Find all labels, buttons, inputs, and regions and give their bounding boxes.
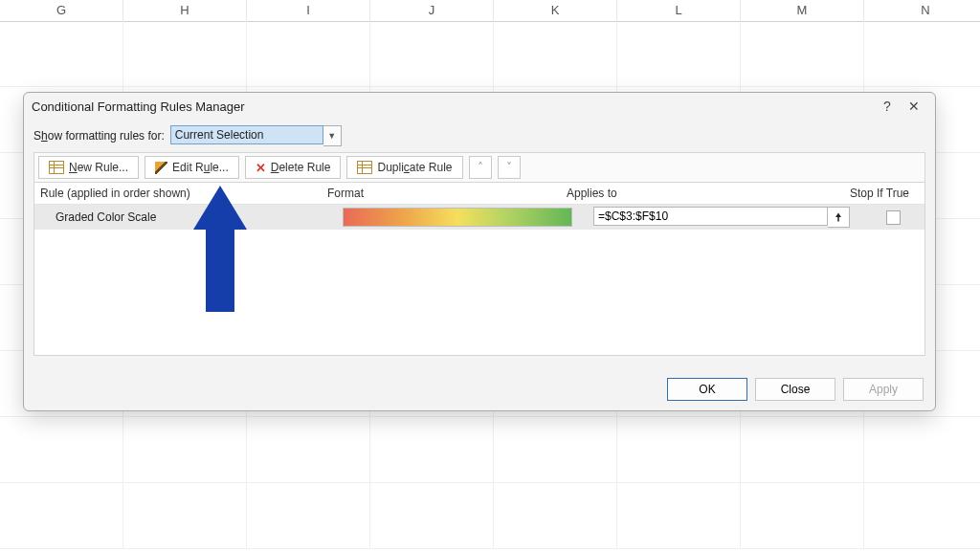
move-up-button[interactable]: ˄ bbox=[469, 156, 492, 179]
duplicate-rule-button[interactable]: Duplicate Rule bbox=[346, 156, 462, 179]
move-down-button[interactable]: ˅ bbox=[498, 156, 521, 179]
col-header[interactable]: H bbox=[123, 0, 247, 21]
show-rules-for-input[interactable] bbox=[170, 125, 323, 144]
close-button[interactable]: Close bbox=[755, 378, 835, 401]
dialog-titlebar: Conditional Formatting Rules Manager ? ✕ bbox=[24, 93, 935, 120]
chevron-down-icon[interactable]: ▼ bbox=[323, 125, 342, 146]
x-icon: ✕ bbox=[256, 162, 266, 174]
header-format: Format bbox=[327, 187, 567, 200]
table-icon bbox=[357, 161, 372, 174]
show-rules-for-combo[interactable]: ▼ bbox=[170, 125, 342, 146]
col-header[interactable]: N bbox=[864, 0, 980, 21]
format-preview-swatch bbox=[343, 208, 572, 227]
col-header[interactable]: L bbox=[617, 0, 741, 21]
applies-to-input[interactable] bbox=[593, 207, 828, 226]
help-button[interactable]: ? bbox=[874, 99, 901, 114]
delete-rule-button[interactable]: ✕ Delete Rule bbox=[245, 156, 342, 179]
close-icon[interactable]: ✕ bbox=[901, 99, 927, 114]
dialog-title: Conditional Formatting Rules Manager bbox=[32, 99, 874, 114]
col-header[interactable]: J bbox=[370, 0, 494, 21]
header-applies-to: Applies to bbox=[567, 187, 835, 200]
conditional-formatting-rules-manager-dialog: Conditional Formatting Rules Manager ? ✕… bbox=[23, 92, 936, 411]
rule-name: Graded Color Scale bbox=[34, 210, 343, 224]
edit-rule-button[interactable]: Edit Rule... bbox=[145, 156, 239, 179]
col-header[interactable]: G bbox=[0, 0, 123, 21]
table-icon bbox=[49, 161, 64, 174]
column-headers: G H I J K L M N bbox=[0, 0, 980, 22]
new-rule-button[interactable]: New Rule... bbox=[38, 156, 139, 179]
ok-button[interactable]: OK bbox=[667, 378, 747, 401]
rules-list-header: Rule (applied in order shown) Format App… bbox=[34, 183, 924, 205]
col-header[interactable]: M bbox=[741, 0, 864, 21]
pencil-icon bbox=[155, 162, 167, 174]
apply-button[interactable]: Apply bbox=[843, 378, 924, 401]
rules-list: Rule (applied in order shown) Format App… bbox=[33, 183, 925, 356]
header-rule: Rule (applied in order shown) bbox=[34, 187, 327, 200]
rules-toolbar: New Rule... Edit Rule... ✕ Delete Rule D… bbox=[33, 152, 925, 183]
col-header[interactable]: K bbox=[494, 0, 617, 21]
show-rules-for-label: Show formatting rules for: bbox=[33, 129, 165, 143]
rule-row[interactable]: Graded Color Scale bbox=[34, 205, 924, 230]
stop-if-true-checkbox[interactable] bbox=[886, 210, 901, 225]
dialog-footer-buttons: OK Close Apply bbox=[667, 378, 924, 401]
range-picker-icon[interactable] bbox=[828, 207, 850, 228]
col-header[interactable]: I bbox=[247, 0, 370, 21]
header-stop-if-true: Stop If True bbox=[835, 187, 924, 200]
